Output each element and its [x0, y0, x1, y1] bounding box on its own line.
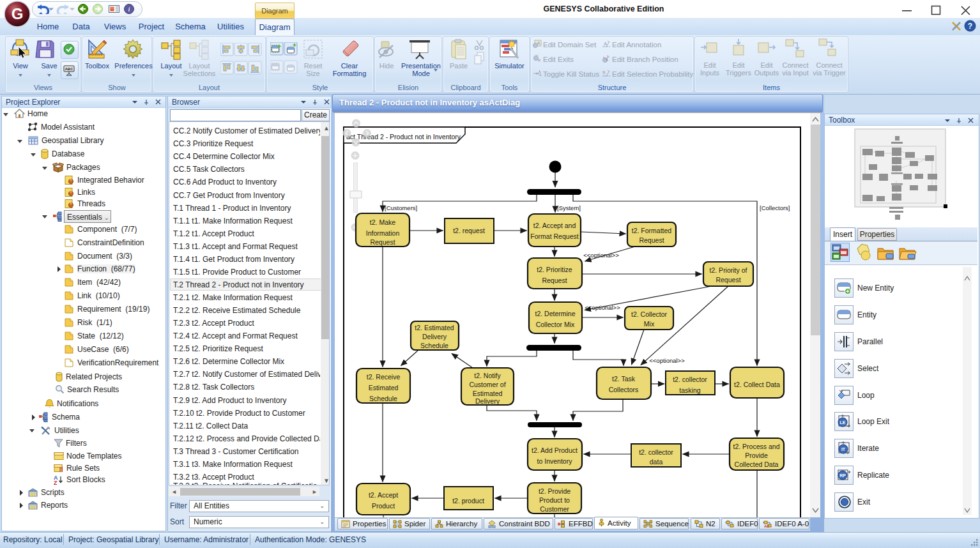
svg-text:data: data	[650, 458, 663, 466]
svg-text:<<optional>>: <<optional>>	[585, 304, 620, 311]
svg-text:Schedule: Schedule	[420, 342, 448, 349]
svg-text:RP: RP	[839, 473, 846, 478]
svg-text:tasking: tasking	[679, 386, 700, 394]
svg-text:<<optional>>: <<optional>>	[649, 357, 685, 364]
svg-text:t2. Add Product: t2. Add Product	[532, 446, 578, 454]
svg-text:Collected Data: Collected Data	[735, 460, 779, 468]
svg-text:Customer: Customer	[540, 505, 569, 513]
svg-text:Information: Information	[366, 229, 400, 237]
svg-text:Request: Request	[716, 276, 740, 284]
svg-text:<<optional>>: <<optional>>	[583, 252, 619, 259]
svg-text:ABC: ABC	[65, 67, 74, 71]
svg-text:[Customers]: [Customers]	[385, 204, 417, 211]
svg-text:t2. Notify: t2. Notify	[474, 372, 501, 379]
svg-text:9: 9	[602, 70, 606, 75]
svg-text:t2. request: t2. request	[453, 227, 485, 234]
svg-text:t2. Formatted: t2. Formatted	[632, 227, 672, 234]
svg-text:t2. Accept and: t2. Accept and	[533, 222, 576, 229]
svg-text:Z: Z	[54, 480, 57, 485]
svg-text:t2. Accept: t2. Accept	[369, 491, 398, 499]
svg-text:Mix: Mix	[644, 320, 655, 328]
svg-text:[System]: [System]	[557, 204, 581, 211]
svg-text:Provide: Provide	[745, 452, 768, 459]
svg-text:?: ?	[968, 22, 972, 31]
svg-text:Estimated: Estimated	[473, 390, 503, 397]
svg-text:Format Request: Format Request	[530, 232, 578, 240]
svg-text:t2. Collector: t2. Collector	[631, 310, 668, 318]
svg-text:A: A	[537, 41, 540, 45]
svg-text:Request: Request	[542, 277, 567, 284]
svg-text:Delivery: Delivery	[422, 333, 447, 340]
svg-text:Product to: Product to	[539, 496, 570, 504]
svg-text:Request: Request	[639, 236, 664, 244]
svg-text:G: G	[11, 5, 24, 22]
svg-text:t2. Process and: t2. Process and	[733, 443, 780, 450]
svg-text:Customer of: Customer of	[469, 381, 505, 388]
svg-text:t2. Collect Data: t2. Collect Data	[734, 381, 780, 388]
svg-text:t2. Determine: t2. Determine	[535, 310, 575, 317]
svg-text:t2. Prioritize: t2. Prioritize	[537, 266, 572, 273]
svg-text:Collector Mix: Collector Mix	[536, 321, 575, 328]
svg-text:t2. Estimated: t2. Estimated	[415, 324, 454, 331]
svg-text:t2. Make: t2. Make	[370, 218, 395, 226]
svg-text:t2. collector: t2. collector	[639, 448, 673, 456]
svg-text:t2. Provide: t2. Provide	[539, 487, 570, 495]
svg-text:LE: LE	[840, 420, 846, 425]
svg-text:Estimated: Estimated	[369, 384, 399, 392]
svg-text:to Inventory: to Inventory	[537, 457, 573, 465]
svg-text:t2. Priority of: t2. Priority of	[710, 266, 747, 274]
svg-text:Collectors: Collectors	[609, 386, 639, 393]
svg-text:t2. Task: t2. Task	[612, 375, 636, 383]
svg-text:A0: A0	[764, 524, 769, 528]
svg-text:Schedule: Schedule	[369, 395, 397, 402]
svg-text:t2. collector: t2. collector	[673, 376, 707, 383]
svg-text:t2. Receive: t2. Receive	[367, 373, 401, 381]
svg-text:Request: Request	[370, 238, 395, 246]
svg-text:IT: IT	[841, 447, 846, 452]
svg-text:Product: Product	[372, 502, 395, 510]
svg-text:Delivery: Delivery	[475, 397, 500, 405]
svg-text:[Collectors]: [Collectors]	[760, 204, 790, 211]
svg-text:t2. product: t2. product	[452, 497, 484, 505]
